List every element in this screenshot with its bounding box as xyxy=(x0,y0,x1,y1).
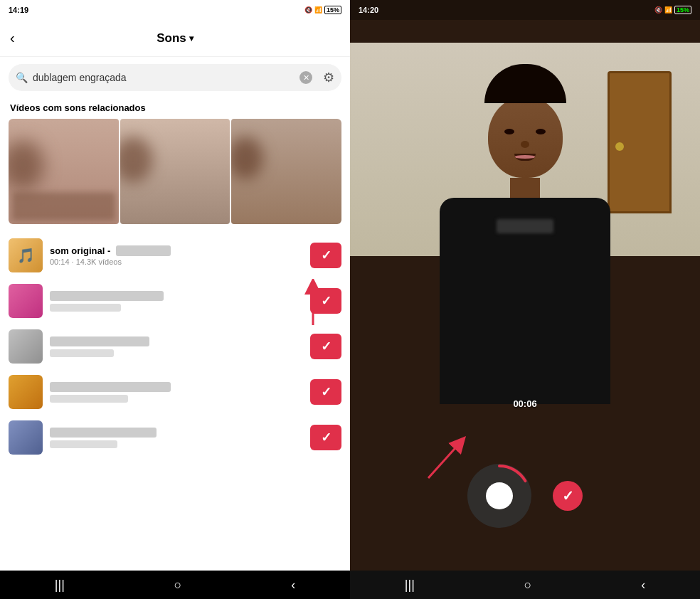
sound-meta-2 xyxy=(50,304,121,312)
sound-list: 🎵 som original - ████ 00:14 · 14.3K víde… xyxy=(0,234,350,459)
sound-meta-4 xyxy=(50,395,128,403)
nav-bottom-left: ||| ○ ‹ xyxy=(0,571,350,599)
video-grid xyxy=(9,119,341,224)
sound-name-2 xyxy=(50,291,164,301)
nav-recent-apps-right[interactable]: ||| xyxy=(405,578,415,593)
sound-item-5[interactable]: ✓ xyxy=(9,416,341,459)
search-clear-button[interactable]: ✕ xyxy=(299,71,312,84)
video-thumb-3[interactable] xyxy=(231,119,341,224)
select-sound-5-button[interactable]: ✓ xyxy=(310,425,341,450)
sound-item-1[interactable]: 🎵 som original - ████ 00:14 · 14.3K víde… xyxy=(9,234,341,277)
svg-line-4 xyxy=(428,442,460,478)
confirm-checkmark-icon: ✓ xyxy=(562,487,574,504)
sound-thumb-5 xyxy=(9,420,43,455)
sound-item-4[interactable]: ✓ xyxy=(9,371,341,413)
sound-name-3 xyxy=(50,336,149,346)
status-bar-left: 14:19 🔇 📶 15% xyxy=(0,0,350,20)
checkmark-icon-3: ✓ xyxy=(321,339,332,354)
page-title: Sons ▾ xyxy=(157,31,193,46)
phone-left: 14:19 🔇 📶 15% ‹ Sons ▾ 🔍 dublagem engraç… xyxy=(0,0,350,599)
sound-info-5 xyxy=(50,428,303,448)
nav-back-left[interactable]: ‹ xyxy=(291,578,295,593)
door xyxy=(608,71,672,213)
video-thumb-2[interactable] xyxy=(120,119,230,224)
sound-item-3[interactable]: ✓ xyxy=(9,325,341,368)
sound-meta-5 xyxy=(50,440,117,448)
sound-meta-1: 00:14 · 14.3K vídeos xyxy=(50,258,303,266)
time-left: 14:19 xyxy=(9,6,28,14)
sound-thumb-3 xyxy=(9,329,43,364)
sound-thumb-4 xyxy=(9,375,43,409)
nav-home-left[interactable]: ○ xyxy=(174,578,182,593)
recording-timer: 00:06 xyxy=(513,398,536,409)
confirm-record-button[interactable]: ✓ xyxy=(553,481,583,511)
sound-info-4 xyxy=(50,382,303,403)
nav-home-right[interactable]: ○ xyxy=(524,578,532,593)
sound-info-2 xyxy=(50,291,303,312)
sound-name-5 xyxy=(50,428,157,438)
sound-thumb-1: 🎵 xyxy=(9,238,43,272)
red-arrow-right xyxy=(414,421,485,485)
nav-bottom-right: ||| ○ ‹ xyxy=(350,571,700,599)
back-button[interactable]: ‹ xyxy=(10,30,15,46)
checkmark-icon-5: ✓ xyxy=(321,430,332,445)
checkmark-icon-2: ✓ xyxy=(321,293,332,309)
phone-right: 14:20 🔇 📶 15% xyxy=(350,0,700,599)
checkmark-icon-1: ✓ xyxy=(321,248,332,263)
checkmark-icon-4: ✓ xyxy=(321,384,332,400)
nav-back-right[interactable]: ‹ xyxy=(641,578,645,593)
sound-info-3 xyxy=(50,336,303,357)
person xyxy=(440,64,610,404)
select-sound-1-button[interactable]: ✓ xyxy=(310,243,341,268)
section-title: Vídeos com sons relacionados xyxy=(0,98,350,119)
sound-item-2[interactable]: ✓ xyxy=(9,280,341,322)
time-right: 14:20 xyxy=(359,6,378,14)
select-sound-3-button[interactable]: ✓ xyxy=(310,334,341,359)
status-icons-left: 🔇 📶 15% xyxy=(304,6,341,14)
sound-name-4 xyxy=(50,382,171,392)
search-input[interactable]: dublagem engraçada xyxy=(33,72,295,83)
select-sound-2-button[interactable]: ✓ xyxy=(310,288,341,314)
sound-info-1: som original - ████ 00:14 · 14.3K vídeos xyxy=(50,245,303,266)
search-icon: 🔍 xyxy=(16,72,28,83)
nav-recent-apps-left[interactable]: ||| xyxy=(55,578,65,593)
select-sound-4-button[interactable]: ✓ xyxy=(310,379,341,405)
sound-name-1: som original - ████ xyxy=(50,245,303,256)
video-thumb-1[interactable] xyxy=(9,119,119,224)
chevron-down-icon[interactable]: ▾ xyxy=(189,33,193,43)
sound-meta-3 xyxy=(50,349,114,357)
filter-icon[interactable]: ⚙ xyxy=(323,70,334,85)
sound-thumb-2 xyxy=(9,284,43,318)
status-icons-right: 🔇 📶 15% xyxy=(654,6,691,14)
nav-header: ‹ Sons ▾ xyxy=(0,20,350,57)
status-bar-right: 14:20 🔇 📶 15% xyxy=(350,0,700,20)
search-bar[interactable]: 🔍 dublagem engraçada ✕ ⚙ xyxy=(9,64,341,91)
